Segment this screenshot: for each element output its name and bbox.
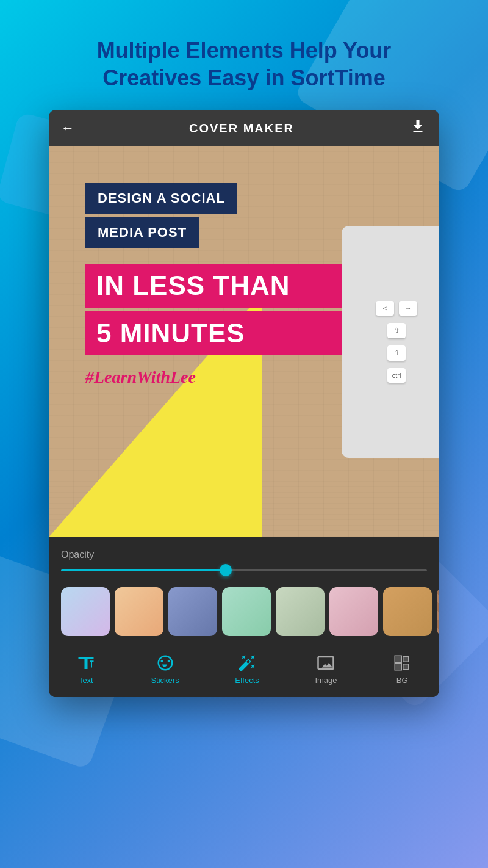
effects-icon bbox=[238, 654, 256, 672]
image-icon bbox=[317, 654, 335, 672]
opacity-section: Opacity bbox=[49, 549, 439, 581]
canvas-title-1: DESIGN A SOCIAL bbox=[98, 190, 225, 206]
headline: Multiple Elements Help Your Creatives Ea… bbox=[73, 37, 416, 92]
text-icon bbox=[77, 654, 95, 672]
tool-bg[interactable]: BG bbox=[393, 654, 411, 685]
swatch-2[interactable] bbox=[115, 587, 163, 636]
key-less-than: < bbox=[376, 301, 394, 316]
tool-image-label: Image bbox=[315, 676, 337, 685]
headline-line1: Multiple Elements Help Your bbox=[97, 37, 392, 64]
swatch-6[interactable] bbox=[329, 587, 378, 636]
big-text-block-2: 5 MINUTES bbox=[85, 311, 342, 355]
hashtag: #LearnWithLee bbox=[85, 367, 342, 387]
key-ctrl: ctrl bbox=[387, 368, 406, 383]
headline-line2: Creatives Easy in SortTime bbox=[97, 64, 392, 92]
big-text-block-1: IN LESS THAN bbox=[85, 264, 342, 308]
tool-stickers[interactable]: Stickers bbox=[151, 654, 179, 685]
swatch-1[interactable] bbox=[61, 587, 110, 636]
canvas-title-2: MEDIA POST bbox=[98, 225, 187, 240]
opacity-label: Opacity bbox=[61, 549, 427, 560]
tool-effects[interactable]: Effects bbox=[235, 654, 259, 685]
tool-image[interactable]: Image bbox=[315, 654, 337, 685]
app-mockup: ← COVER MAKER < → ⇧ bbox=[49, 110, 439, 697]
bottom-toolbar: Text Stickers Effects bbox=[49, 646, 439, 697]
bg-icon bbox=[393, 654, 411, 672]
swatch-3[interactable] bbox=[168, 587, 217, 636]
download-button[interactable] bbox=[409, 117, 427, 139]
slider-thumb[interactable] bbox=[220, 564, 232, 576]
back-button[interactable]: ← bbox=[61, 120, 74, 136]
swatch-4[interactable] bbox=[222, 587, 271, 636]
opacity-slider[interactable] bbox=[61, 569, 427, 571]
canvas-area: < → ⇧ ⇧ ctrl DESIGN A SOCIAL bbox=[49, 146, 439, 537]
key-shift-2: ⇧ bbox=[387, 345, 406, 361]
big-text-2: 5 MINUTES bbox=[96, 318, 245, 348]
keyboard-element: < → ⇧ ⇧ ctrl bbox=[342, 226, 439, 458]
tool-stickers-label: Stickers bbox=[151, 676, 179, 685]
page-wrapper: Multiple Elements Help Your Creatives Ea… bbox=[0, 0, 488, 697]
big-text-1: IN LESS THAN bbox=[96, 270, 290, 300]
topbar-title: COVER MAKER bbox=[189, 121, 294, 136]
swatches-row bbox=[49, 581, 439, 646]
download-icon bbox=[409, 117, 427, 136]
title-block-1: DESIGN A SOCIAL bbox=[85, 183, 237, 214]
bottom-panel: Opacity bbox=[49, 537, 439, 697]
swatch-photo[interactable] bbox=[437, 587, 439, 636]
tool-bg-label: BG bbox=[396, 676, 408, 685]
top-bar: ← COVER MAKER bbox=[49, 110, 439, 146]
key-shift-1: ⇧ bbox=[387, 323, 406, 338]
tool-text-label: Text bbox=[79, 676, 93, 685]
stickers-icon bbox=[156, 654, 174, 672]
slider-fill bbox=[61, 569, 226, 571]
tool-effects-label: Effects bbox=[235, 676, 259, 685]
title-block-2: MEDIA POST bbox=[85, 217, 199, 248]
tool-text[interactable]: Text bbox=[77, 654, 95, 685]
swatch-7[interactable] bbox=[383, 587, 432, 636]
key-arrow: → bbox=[399, 301, 417, 316]
design-content: DESIGN A SOCIAL MEDIA POST IN LESS THAN … bbox=[85, 183, 342, 387]
swatch-5[interactable] bbox=[276, 587, 325, 636]
